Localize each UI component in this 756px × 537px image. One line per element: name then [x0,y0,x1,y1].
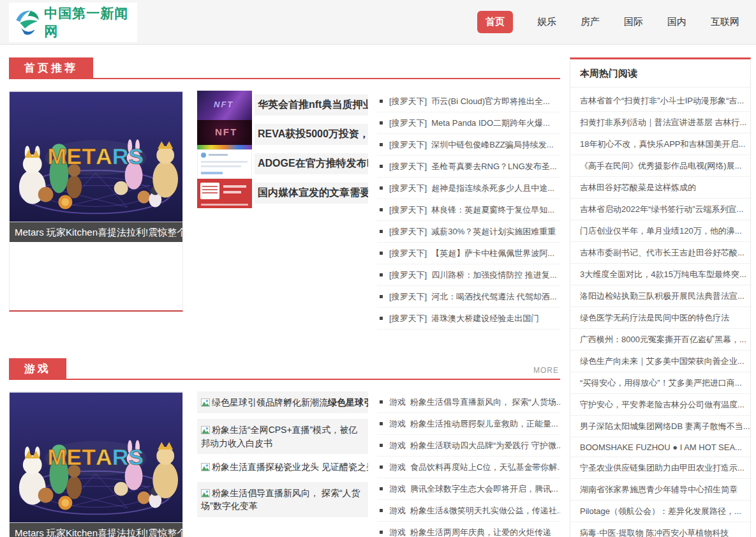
news-tag: 游戏 [389,527,406,537]
news-item[interactable]: [搜罗天下]四川路桥：加强疫情防控 推进复... [377,264,560,286]
bullet-square-icon [380,509,383,512]
sidebar-article-link[interactable]: 3大维度全面对比，4款15万纯电车型最终突... [570,264,750,285]
news-title: 河北：喝酒找代驾遵法 代驾却酒... [431,292,556,301]
sidebar-article-link[interactable]: 吉林省启动2022年“绿书签行动”云端系列宣... [570,199,750,220]
news-tag: 游戏 [389,506,406,515]
page-body: 首页推荐 Metars 玩家Kitchen喜提法拉利!震惊整个 NFT 华英会首… [0,45,756,537]
headline-link[interactable]: 华英会首推nft典当质押业务 [255,95,368,116]
sidebar-article-link[interactable]: 绿色生产向未来｜艾多美中国荣获向善企业... [570,351,750,372]
sidebar-article-link[interactable]: Pilotage（领航公会）：差异化发展路径，... [570,501,750,522]
sidebar-article-link[interactable]: 门店创业仅半年，单月业绩120万，他的濞... [570,220,750,242]
news-list: 游戏粉象生活倡导直播新风向， 探索“人货场...游戏粉象生活推动唇腭裂儿童救助，… [377,391,560,537]
nav-item-娱乐[interactable]: 娱乐 [537,16,556,28]
post-link[interactable]: 绿色星球引领品牌孵化新潮流绿色星球引领 [197,391,368,413]
section-head: 游戏 MORE [9,358,560,380]
news-tag: [搜罗天下] [389,270,427,280]
sidebar-article-link[interactable]: 守护安心，平安养老险吉林分公司做有温度... [570,394,750,416]
sidebar-article-link[interactable]: 宁圣农业供应链集团助力由甲田农业打造示... [570,457,750,479]
bullet-square-icon [380,252,383,255]
sidebar-article-link[interactable]: 吉林省首个“扫黄打非”小斗士IP动漫形象“吉... [570,90,750,112]
news-list: [搜罗天下]币云(Bi Cloud)官方即将推出全...[搜罗天下]Meta P… [377,91,560,329]
site-logo[interactable]: 中国第一新闻网 [9,3,137,42]
sidebar-article-link[interactable]: 吉林市委副书记、代市长王吉赴田谷好芯酸... [570,242,750,264]
news-item[interactable]: 游戏粉象生活联动四大品牌“为爱践行 守护微... [377,435,560,457]
news-tag: 游戏 [389,397,406,407]
header: 中国第一新闻网 首页娱乐房产国际国内互联网 [0,0,756,45]
sidebar-title: 本周热门阅读 [570,59,750,87]
section-tab-games[interactable]: 游戏 [9,358,66,380]
bullet-square-icon [380,487,383,490]
feature-card[interactable]: Metars 玩家Kitchen喜提法拉利!震惊整个 [9,391,183,537]
nav-item-国际[interactable]: 国际 [624,16,643,28]
news-item[interactable]: [搜罗天下]超神是指连续杀死多少人且中途... [377,178,560,199]
headline-column: NFT 华英会首推nft典当质押业务 NFT REVA获投5000万投资，做 A… [197,91,368,329]
news-item[interactable]: [搜罗天下]币云(Bi Cloud)官方即将推出全... [377,91,560,112]
sidebar-article-link[interactable]: 《高手在民间》优秀摄影作品电视(网络)展... [570,155,750,177]
news-tag: [搜罗天下] [389,248,427,258]
news-item[interactable]: [搜罗天下]减薪30%？英超计划实施困难重重 [377,221,560,243]
headline-row: ADOGE在官方推特发布NFT [197,149,368,179]
headline-link[interactable]: REVA获投5000万投资，做 [255,124,368,145]
news-item[interactable]: [搜罗天下]【英超】萨卡中柱佩佩世界波阿... [377,243,560,264]
sidebar-article-link[interactable]: 绿色医学无药疗法是民间中医的特色疗法 [570,307,750,329]
sidebar-article-link[interactable]: 男子深陷太阳城集团网络DB 妻离子散悔不当... [570,416,750,437]
more-link[interactable]: MORE [533,366,559,375]
headline-row: NFT REVA获投5000万投资，做 [197,120,368,149]
bullet-square-icon [380,230,383,233]
section-tab-home-recommend[interactable]: 首页推荐 [9,57,93,79]
nav-item-房产[interactable]: 房产 [581,16,600,28]
news-item[interactable]: [搜罗天下]河北：喝酒找代驾遵法 代驾却酒... [377,286,560,308]
feature-card[interactable]: Metars 玩家Kitchen喜提法拉利!震惊整个 [9,91,183,312]
post-link[interactable]: 粉象生活倡导直播新风向， 探索“人货场”数字化变革 [197,482,368,517]
news-title: 减薪30%？英超计划实施困难重重 [431,227,556,236]
news-tag: 游戏 [389,441,406,450]
sidebar-article-link[interactable]: 扫黄打非系列活动｜普法宣讲进基层 吉林行... [570,112,750,133]
sidebar-article-link[interactable]: “买得安心，用得放心”！艾多美严把进口商... [570,372,750,394]
news-item[interactable]: 游戏粉象生活推动唇腭裂儿童救助，正能量... [377,413,560,435]
news-item[interactable]: 游戏食品饮料再度站上C位，天弘基金带你解... [377,457,560,478]
news-item[interactable]: [搜罗天下]港珠澳大桥建设经验走出国门 [377,308,560,329]
news-title: Meta Panda IDO二期跨年火爆... [431,118,550,128]
news-item[interactable]: [搜罗天下]林良锋：英超夏窗终于复位早知... [377,199,560,221]
news-item[interactable]: [搜罗天下]圣枪哥真要去RNG？LNG发布圣... [377,156,560,178]
bullet-square-icon [380,121,383,125]
bullet-square-icon [380,100,383,103]
news-item[interactable]: 游戏腾讯全球数字生态大会即将开启，腾讯... [377,478,560,500]
post-text: 粉象生活直播探秘瓷业龙头 见证醴瓷之美 [212,462,368,472]
sidebar-article-link[interactable]: 湖南省张家界施恩青少年辅导中心招生简章 [570,479,750,501]
sidebar-article-link[interactable]: 广西横州：8000元冤案撕开百亿盗矿黑幕，... [570,329,750,351]
main-nav: 首页娱乐房产国际国内互联网 [477,11,739,33]
news-item[interactable]: 游戏粉象生活两周年庆典，让爱的火炬传递 [377,522,560,537]
bullet-square-icon [380,317,383,320]
headline-link[interactable]: 国内媒体宣发的文章需要做好 [255,183,368,204]
sidebar-article-link[interactable]: 吉林田谷好芯酸菜是这样炼成的 [570,177,750,199]
broken-image-icon [201,463,210,471]
sidebar-article-link[interactable]: 18年初心不改，真快乐APP和吉林国美开启... [570,133,750,155]
news-tag: [搜罗天下] [389,183,427,193]
news-title: 粉象生活两周年庆典，让爱的火炬传递 [410,527,551,537]
news-title: 圣枪哥真要去RNG？LNG发布圣... [431,162,556,171]
section-games: 游戏 MORE Metars 玩家Kitchen喜提法拉利!震惊整个 绿色星球引… [9,358,560,537]
nav-item-首页[interactable]: 首页 [477,11,513,33]
news-item[interactable]: [搜罗天下]Meta Panda IDO二期跨年火爆... [377,112,560,134]
news-item[interactable]: 游戏粉象生活倡导直播新风向， 探索“人货场... [377,391,560,413]
news-item[interactable]: [搜罗天下]深圳中链包俊峰BZZ骗局持续发... [377,134,560,156]
sidebar-article-link[interactable]: 病毒·中医·提取物 陈冲西安小草植物科技 [570,522,750,537]
sidebar-article-link[interactable]: 洛阳边检站执勤三队积极开展民法典普法宣... [570,285,750,307]
post-link[interactable]: 粉象生活直播探秘瓷业龙头 见证醴瓷之美粉象 [197,460,368,476]
headline-row: 国内媒体宣发的文章需要做好 [197,179,368,208]
news-tag: 游戏 [389,419,406,428]
section-body: Metars 玩家Kitchen喜提法拉利!震惊整个 绿色星球引领品牌孵化新潮流… [9,391,560,537]
bullet-square-icon [380,422,383,425]
sidebar-article-link[interactable]: BOOMSHAKE FUZHOU ● I AM HOT SEA... [570,437,750,457]
news-tag: [搜罗天下] [389,140,427,149]
news-item[interactable]: 游戏粉象生活&微笑明天扎实做公益，传递社... [377,500,560,522]
post-link[interactable]: 粉象生活“全网CPS+直播”模式，被亿邦动力收入白皮书 [197,419,368,454]
news-tag: 游戏 [389,462,406,472]
headline-link[interactable]: ADOGE在官方推特发布NFT [255,153,368,174]
nav-item-国内[interactable]: 国内 [667,16,686,28]
nav-item-互联网[interactable]: 互联网 [711,16,739,28]
bullet-square-icon [380,531,383,534]
feature-image-metars [10,91,182,222]
nft-thumbnail-purple: NFT [197,91,252,120]
